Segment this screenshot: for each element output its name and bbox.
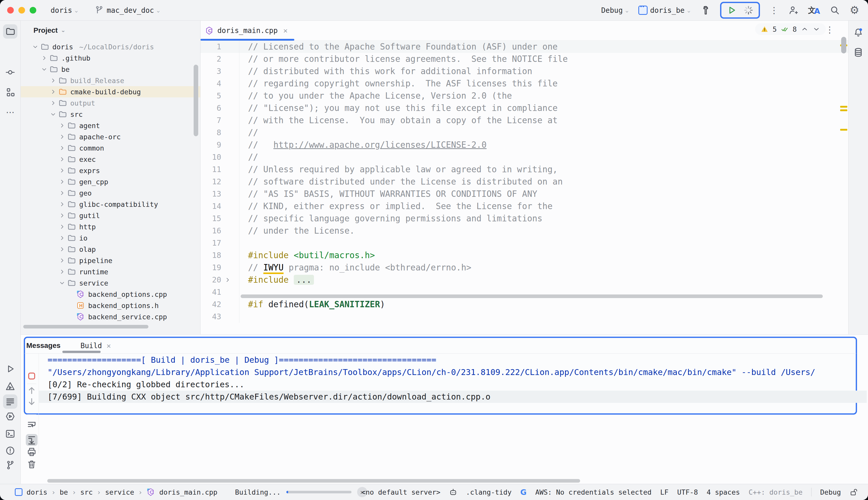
tool-window-structure-button[interactable] [3,85,17,100]
tool-window-git-button[interactable] [3,458,17,472]
gutter[interactable]: 12 [200,175,239,188]
chevron-expanded-icon[interactable] [31,44,39,49]
tool-window-project-button[interactable] [3,24,17,38]
run-target-selector[interactable]: doris_be ⌄ [638,5,691,15]
error-stripe-mark[interactable] [840,110,847,111]
unlock-icon[interactable] [849,488,858,496]
gutter[interactable]: 4 [200,78,239,90]
breadcrumb-item[interactable]: doris [26,488,47,496]
editor-options-kebab-icon[interactable]: ⋮ [825,25,834,34]
tree-item-geo[interactable]: geo [21,188,200,198]
tab-doris-main-cpp[interactable]: C++ doris_main.cpp ✕ [200,21,294,41]
gutter[interactable]: 41 [200,286,239,298]
gutter[interactable]: 3 [200,65,239,78]
gutter[interactable]: 9 [200,139,239,151]
tool-window-services-button[interactable] [3,409,17,423]
tool-window-terminal-button[interactable] [3,427,17,441]
editor-horizontal-scrollbar[interactable] [241,295,823,298]
tree-item-build-release[interactable]: build_Release [21,75,200,86]
tree-item-pipeline[interactable]: pipeline [21,255,200,266]
tree-item-output[interactable]: output [21,98,200,109]
chevron-collapsed-icon[interactable] [58,224,67,229]
tool-window-database-button[interactable] [851,45,866,59]
gutter[interactable]: 43 [200,310,239,323]
tool-window-profiler-button[interactable] [3,379,17,394]
status-item[interactable]: UTF-8 [677,488,698,496]
gutter[interactable]: 16 [200,225,239,237]
scroll-to-end-button[interactable] [26,434,37,446]
tree-item-backend-service-cpp[interactable]: C++backend_service.cpp [21,311,200,322]
next-problem-chevron-icon[interactable] [812,25,820,33]
run-play-icon[interactable] [727,5,737,15]
gutter[interactable]: 8 [200,126,239,139]
inspections-widget[interactable]: 5 8 [755,23,826,35]
soft-wrap-button[interactable] [26,420,37,430]
branch-switcher[interactable]: mac_dev_doc ⌄ [94,5,160,15]
previous-problem-chevron-icon[interactable] [801,25,809,33]
tree-item-gen-cpp[interactable]: gen_cpp [21,176,200,188]
gutter[interactable]: 19 [200,261,239,274]
tree-item-be[interactable]: be [21,64,200,75]
tree-item-exprs[interactable]: exprs [21,165,200,176]
fold-arrow-icon[interactable] [225,277,239,283]
status-item[interactable]: C++: doris_be [749,488,802,496]
gutter[interactable]: 10 [200,151,239,163]
chevron-collapsed-icon[interactable] [58,145,67,151]
breadcrumb-item[interactable]: src [80,488,93,496]
status-item[interactable]: AWS: No credentials selected [535,488,652,496]
build-hammer-icon[interactable] [700,5,711,15]
breadcrumb-item[interactable]: be [60,488,68,496]
status-item[interactable]: Debug [820,488,841,496]
window-controls[interactable] [7,7,36,13]
translate-icon[interactable]: 文A [808,5,820,15]
tree-item-io[interactable]: io [21,232,200,243]
tool-window-messages-button[interactable] [3,395,17,409]
code-editor[interactable]: 1// Licensed to the Apache Software Foun… [200,41,848,334]
gutter[interactable]: 17 [200,237,239,249]
status-item[interactable]: .clang-tidy [466,488,512,496]
tree-item-exec[interactable]: exec [21,154,200,165]
chevron-collapsed-icon[interactable] [58,168,67,173]
chevron-collapsed-icon[interactable] [58,179,67,184]
tool-window-problems-button[interactable] [3,443,17,458]
tree-item-doris[interactable]: doris~/LocalDoris/doris [21,41,200,53]
stop-button[interactable] [26,371,37,381]
breadcrumb-file[interactable]: doris_main.cpp [159,488,218,496]
chevron-expanded-icon[interactable] [58,280,67,286]
project-switcher[interactable]: doris ⌄ [50,6,78,14]
gutter[interactable]: 13 [200,188,239,200]
project-horizontal-scrollbar[interactable] [23,325,149,329]
status-item[interactable]: <no default server> [362,488,441,496]
close-tab-icon[interactable]: ✕ [283,26,288,35]
tree-item-runtime[interactable]: runtime [21,266,200,277]
project-panel-header[interactable]: Project ⌄ [21,21,200,40]
tool-window-commit-button[interactable] [3,65,17,80]
more-run-options-kebab-icon[interactable]: ⋮ [770,6,778,14]
notifications-button[interactable] [851,25,866,39]
search-icon[interactable] [830,5,840,15]
gutter[interactable]: 2 [200,53,239,65]
console-horizontal-scrollbar[interactable] [47,479,580,482]
tool-window-run-button[interactable] [3,362,17,376]
running-spinner-icon[interactable] [743,5,753,15]
tree-item-backend-options-cpp[interactable]: C++backend_options.cpp [21,288,200,300]
tree-item--github[interactable]: .github [21,53,200,64]
gutter[interactable]: 5 [200,90,239,102]
chevron-collapsed-icon[interactable] [58,190,67,196]
tree-item-apache-orc[interactable]: apache-orc [21,131,200,143]
chevron-collapsed-icon[interactable] [49,89,58,94]
build-console[interactable]: ===================[ Build | doris_be | … [39,354,867,413]
chevron-collapsed-icon[interactable] [58,213,67,218]
gutter[interactable]: 6 [200,102,239,114]
close-window-button[interactable] [7,7,14,13]
gutter[interactable]: 11 [200,163,239,175]
add-user-icon[interactable] [788,5,798,15]
gutter[interactable]: 15 [200,213,239,225]
error-stripe-mark[interactable] [840,106,847,107]
minimize-window-button[interactable] [19,7,25,13]
chevron-collapsed-icon[interactable] [40,55,48,61]
next-message-button[interactable] [26,397,37,407]
chevron-collapsed-icon[interactable] [58,134,67,139]
run-config-type-selector[interactable]: Debug ⌄ [601,6,629,14]
project-vertical-scrollbar[interactable] [193,65,198,136]
